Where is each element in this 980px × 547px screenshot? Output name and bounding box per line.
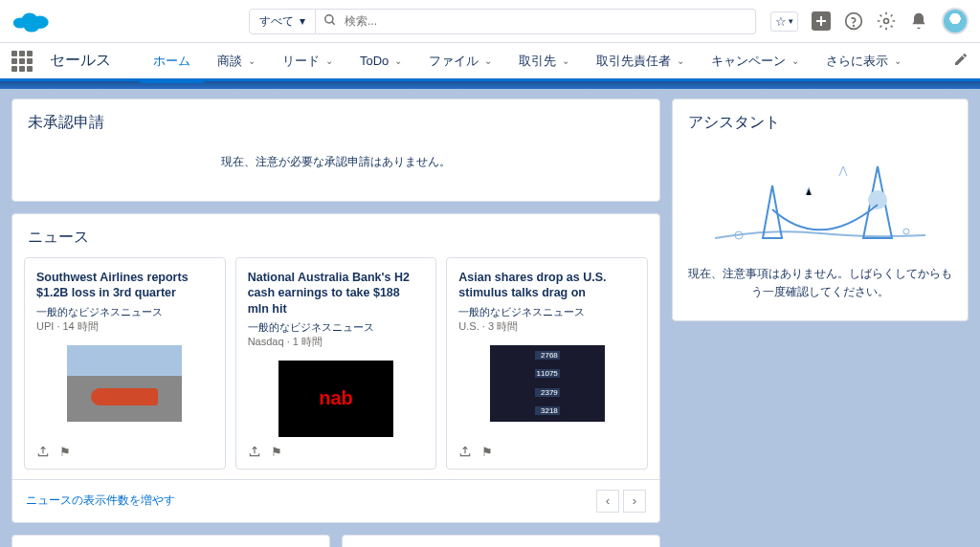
flag-icon[interactable]: ⚑ (481, 445, 493, 461)
bell-icon[interactable] (909, 11, 928, 31)
nav-tab-ファイル[interactable]: ファイル⌄ (415, 42, 505, 80)
nav-tab-label: キャンペーン (711, 53, 786, 70)
avatar[interactable] (942, 8, 969, 34)
svg-line-5 (332, 21, 335, 24)
salesforce-logo[interactable] (11, 8, 52, 34)
news-category: 一般的なビジネスニュース (248, 320, 425, 335)
search-box[interactable] (316, 9, 756, 34)
news-next-button[interactable]: › (623, 490, 646, 513)
search-icon (323, 13, 337, 30)
chevron-down-icon: ⌄ (791, 55, 799, 66)
gear-icon[interactable] (877, 11, 896, 31)
caret-down-icon: ▾ (300, 14, 305, 28)
app-name: セールス (50, 51, 111, 71)
scope-label: すべて (259, 13, 294, 30)
news-actions: ⚑ (36, 445, 213, 461)
nav-bar: セールス ホーム商談⌄リード⌄ToDo⌄ファイル⌄取引先⌄取引先責任者⌄キャンペ… (0, 43, 980, 81)
nav-tab-ToDo[interactable]: ToDo⌄ (346, 42, 415, 80)
today-todo-card: 今日の ToDo (342, 535, 660, 547)
nav-tab-label: 取引先責任者 (596, 53, 671, 70)
favorites-button[interactable]: ☆ ▾ (770, 11, 798, 32)
svg-marker-12 (763, 186, 782, 238)
news-footer: ニュースの表示件数を増やす ‹ › (12, 479, 659, 522)
chevron-down-icon: ⌄ (394, 55, 402, 66)
nav-tab-label: 取引先 (519, 53, 556, 70)
news-title: ニュース (12, 214, 659, 257)
approval-title: 未承認申請 (12, 99, 659, 142)
pencil-icon[interactable] (953, 52, 969, 70)
news-prev-button[interactable]: ‹ (596, 490, 619, 513)
today-todo-title: 今日の ToDo (343, 536, 659, 547)
chevron-down-icon: ⌄ (894, 55, 902, 66)
assistant-message: 現在、注意事項はありません。しばらくしてからもう一度確認してください。 (673, 257, 968, 320)
search-scope-select[interactable]: すべて ▾ (249, 9, 316, 34)
nav-tab-label: ホーム (153, 53, 190, 70)
news-meta: Nasdaq · 1 時間 (248, 335, 425, 349)
news-headline: Southwest Airlines reports $1.2B loss in… (36, 270, 213, 301)
page-content: 未承認申請 現在、注意が必要な承認申請はありません。 ニュース Southwes… (0, 89, 980, 547)
share-icon[interactable] (458, 445, 472, 461)
chevron-down-icon: ⌄ (325, 55, 333, 66)
news-items: Southwest Airlines reports $1.2B loss in… (12, 257, 659, 470)
share-icon[interactable] (36, 445, 50, 461)
nav-tab-リード[interactable]: リード⌄ (269, 42, 346, 80)
approval-empty-msg: 現在、注意が必要な承認申請はありません。 (12, 142, 659, 201)
chevron-down-icon: ⌄ (562, 55, 569, 66)
search-input[interactable] (345, 14, 747, 28)
share-icon[interactable] (248, 445, 261, 461)
nav-tab-商談[interactable]: 商談⌄ (204, 42, 269, 80)
assistant-card: アシスタント 現在、注意事項はありません。しばらくしてからもう一度確認してくださ… (672, 98, 969, 321)
news-meta: U.S. · 3 時間 (458, 319, 635, 334)
app-launcher-icon[interactable] (11, 51, 33, 72)
news-image (67, 345, 182, 422)
today-activity-title: 今日の行動 (12, 536, 329, 547)
svg-point-10 (854, 26, 855, 27)
svg-point-16 (903, 229, 909, 234)
news-headline: Asian shares drop as U.S. stimulus talks… (458, 270, 635, 301)
today-activity-card: 今日の行動 (11, 535, 330, 547)
news-actions: ⚑ (458, 445, 635, 461)
nav-tab-取引先責任者[interactable]: 取引先責任者⌄ (583, 42, 698, 80)
nav-tab-label: ToDo (360, 54, 389, 68)
news-more-link[interactable]: ニュースの表示件数を増やす (26, 492, 175, 509)
svg-point-3 (24, 21, 39, 32)
nav-tab-label: 商談 (217, 53, 242, 70)
add-button[interactable] (812, 11, 831, 31)
news-headline: National Australia Bank's H2 cash earnin… (248, 270, 425, 317)
news-category: 一般的なビジネスニュース (458, 305, 635, 319)
help-icon[interactable] (844, 11, 863, 31)
svg-point-4 (325, 14, 333, 22)
news-image: nab (278, 361, 393, 437)
assistant-title: アシスタント (673, 99, 968, 142)
star-icon: ☆ (775, 14, 787, 29)
approval-card: 未承認申請 現在、注意が必要な承認申請はありません。 (11, 98, 660, 202)
nav-tab-ホーム[interactable]: ホーム (140, 42, 204, 80)
nav-tab-取引先[interactable]: 取引先⌄ (505, 42, 583, 80)
news-item[interactable]: Asian shares drop as U.S. stimulus talks… (446, 257, 648, 470)
chevron-down-icon: ⌄ (484, 55, 492, 66)
svg-point-14 (868, 190, 887, 209)
news-nav: ‹ › (596, 490, 646, 513)
chevron-down-icon: ⌄ (248, 55, 256, 66)
assistant-illustration (673, 142, 968, 257)
global-search: すべて ▾ (249, 9, 756, 34)
news-actions: ⚑ (248, 445, 425, 461)
flag-icon[interactable]: ⚑ (271, 445, 282, 461)
news-image: 27681107523793218 (490, 345, 605, 422)
header-actions: ☆ ▾ (770, 8, 969, 34)
nav-tab-label: リード (282, 53, 320, 70)
nav-tab-キャンペーン[interactable]: キャンペーン⌄ (698, 42, 813, 80)
chevron-down-icon: ⌄ (677, 55, 684, 66)
news-item[interactable]: Southwest Airlines reports $1.2B loss in… (24, 257, 226, 470)
flag-icon[interactable]: ⚑ (59, 445, 71, 461)
news-card: ニュース Southwest Airlines reports $1.2B lo… (11, 213, 660, 523)
news-item[interactable]: National Australia Bank's H2 cash earnin… (235, 257, 437, 470)
caret-down-icon: ▾ (789, 16, 793, 26)
nav-tab-さらに表示[interactable]: さらに表示⌄ (813, 42, 915, 80)
nav-tabs: ホーム商談⌄リード⌄ToDo⌄ファイル⌄取引先⌄取引先責任者⌄キャンペーン⌄さら… (140, 42, 915, 80)
news-category: 一般的なビジネスニュース (36, 305, 213, 319)
nav-tab-label: ファイル (429, 53, 479, 70)
news-meta: UPI · 14 時間 (36, 319, 213, 334)
global-header: すべて ▾ ☆ ▾ (0, 0, 980, 43)
svg-point-11 (884, 19, 889, 24)
